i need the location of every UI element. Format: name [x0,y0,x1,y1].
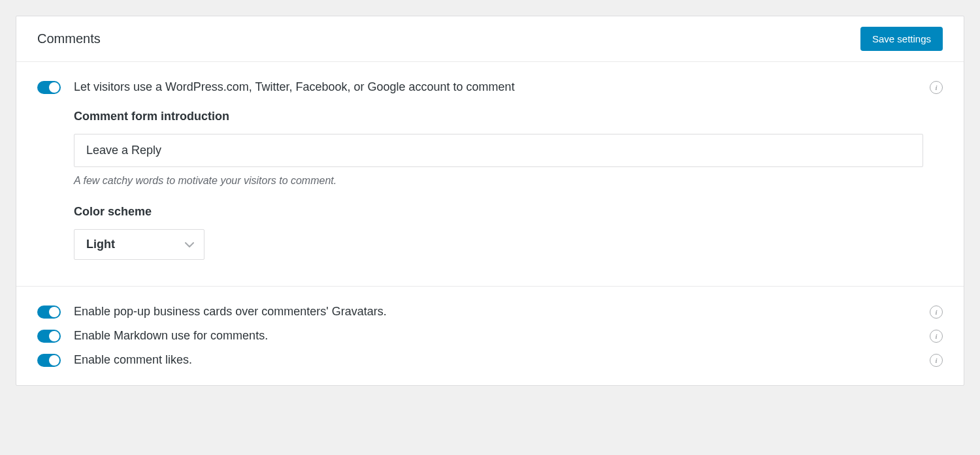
toggle-row-markdown: Enable Markdown use for comments. i [37,329,943,343]
toggle-gravatar-cards[interactable] [37,306,61,319]
info-icon[interactable]: i [930,330,943,343]
toggle-row-gravatar-cards: Enable pop-up business cards over commen… [37,305,943,319]
color-scheme-select[interactable]: Light [74,229,204,260]
toggle-gravatar-cards-label: Enable pop-up business cards over commen… [74,305,917,319]
info-icon[interactable]: i [930,354,943,367]
toggle-comment-likes[interactable] [37,354,61,367]
field-group-intro: Comment form introduction A few catchy w… [74,110,943,187]
comments-settings-card: Comments Save settings Let visitors use … [16,16,964,386]
color-scheme-select-wrap: Light [74,229,204,260]
toggle-markdown-label: Enable Markdown use for comments. [74,329,917,343]
card-title: Comments [37,31,101,46]
section-comment-options: Enable pop-up business cards over commen… [16,286,964,385]
section-comment-form: Let visitors use a WordPress.com, Twitte… [16,62,964,286]
toggle-comment-likes-label: Enable comment likes. [74,353,917,367]
toggle-social-login[interactable] [37,81,61,94]
intro-label: Comment form introduction [74,110,943,123]
toggle-markdown[interactable] [37,330,61,343]
toggle-row-social-login: Let visitors use a WordPress.com, Twitte… [37,80,943,94]
comment-form-sub: Comment form introduction A few catchy w… [74,110,943,260]
color-scheme-label: Color scheme [74,205,943,219]
card-header: Comments Save settings [16,16,964,62]
toggle-row-likes: Enable comment likes. i [37,353,943,367]
save-settings-button[interactable]: Save settings [860,27,943,51]
field-group-color: Color scheme Light [74,205,943,260]
toggle-social-login-label: Let visitors use a WordPress.com, Twitte… [74,80,917,94]
intro-help-text: A few catchy words to motivate your visi… [74,175,943,187]
info-icon[interactable]: i [930,81,943,94]
info-icon[interactable]: i [930,306,943,319]
comment-intro-input[interactable] [74,134,923,167]
